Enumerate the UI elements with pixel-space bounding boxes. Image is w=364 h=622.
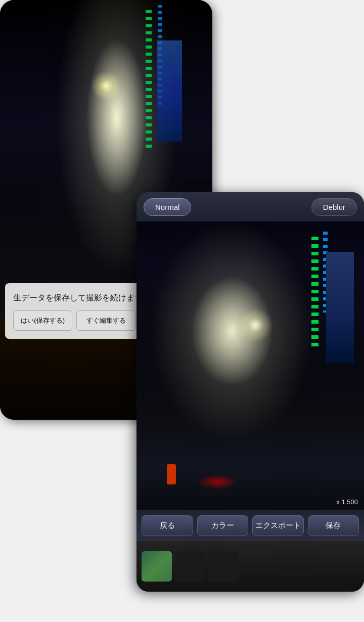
front-topbar: Normal Deblur: [136, 192, 364, 221]
save-button[interactable]: 保存: [308, 515, 359, 536]
normal-button[interactable]: Normal: [144, 198, 191, 216]
back-buildings: [0, 0, 212, 167]
strip-thumb-dark: [175, 551, 205, 582]
fp-person: [167, 464, 176, 484]
front-toolbar: 戻る カラー エクスポート 保存: [136, 510, 364, 541]
fp-building-strip: [311, 237, 318, 348]
fp-car: [197, 474, 238, 490]
building-light-strip: [146, 10, 152, 152]
light-glare: [91, 71, 121, 101]
zoom-label: x 1.500: [336, 498, 358, 506]
back-button[interactable]: 戻る: [142, 515, 193, 536]
strip-thumb-map: [142, 551, 172, 582]
fp-blue-building: [326, 252, 354, 363]
front-phone: Normal Deblur x 1.500 戻る カラー エクスポート 保存: [136, 192, 364, 592]
building-neon: [157, 40, 182, 142]
front-bottom-strip: [136, 541, 364, 592]
strip-thumb-dark2: [208, 551, 239, 582]
front-photo-area: x 1.500: [136, 221, 364, 510]
dialog-edit-button[interactable]: すぐ編集する: [76, 310, 135, 331]
deblur-button[interactable]: Deblur: [311, 198, 357, 216]
export-button[interactable]: エクスポート: [252, 515, 304, 536]
dialog-yes-button[interactable]: はい(保存する): [13, 310, 72, 331]
color-button[interactable]: カラー: [197, 515, 249, 536]
fp-light-glare: [238, 307, 273, 343]
